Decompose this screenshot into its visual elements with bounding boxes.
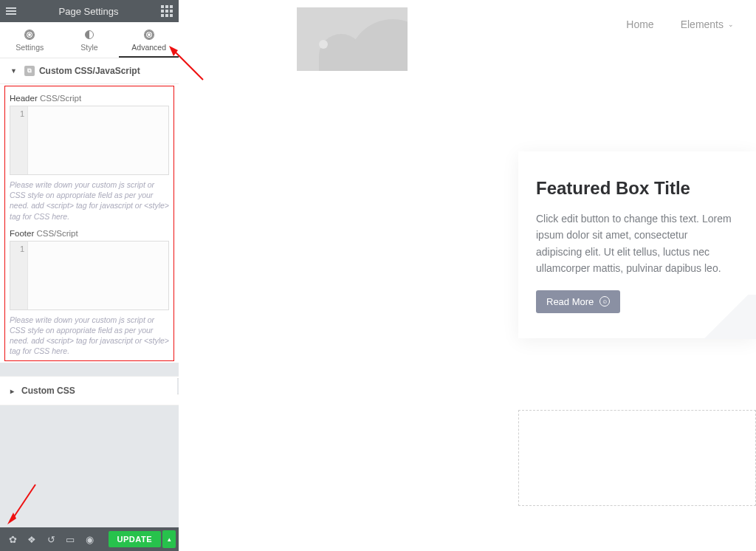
caret-down-icon: ▼ [10,67,17,75]
read-more-button[interactable]: Read More ☺ [536,290,620,313]
update-button[interactable]: UPDATE [109,531,161,547]
card-title: Featured Box Title [536,178,734,199]
section-title: Custom CSS [21,386,75,396]
nav-elements[interactable]: Elements ⌄ [681,18,734,30]
menu-icon[interactable] [6,7,16,15]
gear-icon[interactable]: ✿ [3,530,22,548]
gear-icon [144,30,154,40]
history-icon[interactable]: ↺ [41,530,61,548]
nav-home[interactable]: Home [626,18,653,30]
card-corner-decoration [697,295,756,339]
sidebar-footer: ✿ ❖ ↺ ▭ ◉ UPDATE ▴ [0,527,179,551]
drop-zone[interactable] [518,410,756,506]
smile-icon: ☺ [599,296,610,307]
image-placeholder[interactable] [297,7,408,71]
update-dropdown[interactable]: ▴ [162,530,176,548]
chevron-down-icon: ⌄ [728,21,734,28]
canvas: Home Elements ⌄ Featured Box Title Click… [179,0,756,551]
code-icon: ⧉ [24,66,35,76]
featured-card[interactable]: Featured Box Title Click edit button to … [518,151,756,338]
button-label: Read More [546,296,594,307]
section-title: Custom CSS/JavaScript [39,66,140,76]
code-input[interactable] [28,242,168,309]
tab-label: Style [80,43,97,52]
tab-style[interactable]: Style [60,22,120,58]
header-script-editor[interactable]: 1 [10,106,169,175]
tab-settings[interactable]: Settings [0,22,60,58]
line-gutter: 1 [10,106,28,174]
tab-label: Settings [16,43,44,52]
contrast-icon [84,30,94,40]
eye-icon[interactable]: ◉ [80,530,99,548]
header-script-hint: Please write down your custom js script … [10,179,169,222]
section-header-custom-script[interactable]: ▼ ⧉ Custom CSS/JavaScript [0,58,179,84]
gear-icon [24,30,35,40]
code-input[interactable] [28,106,168,174]
layers-icon[interactable]: ❖ [22,530,41,548]
footer-script-hint: Please write down your custom js script … [10,315,169,357]
footer-script-editor[interactable]: 1 [10,241,169,310]
page-title: Page Settings [16,6,161,17]
tab-label: Advanced [131,43,166,52]
tab-advanced[interactable]: Advanced [119,22,179,58]
card-body: Click edit button to change this text. L… [536,211,734,277]
caret-right-icon: ▸ [10,387,14,395]
grid-icon[interactable] [161,5,173,17]
device-icon[interactable]: ▭ [61,530,80,548]
panel-custom-script: ▼ ⧉ Custom CSS/JavaScript Header CSS/Scr… [0,58,179,363]
sidebar-header: Page Settings [0,0,179,22]
settings-sidebar: Page Settings Settings Style Advanced ▼ … [0,0,179,551]
line-gutter: 1 [10,242,28,309]
annotation-highlight-box: Header CSS/Script 1 Please write down yo… [4,86,174,361]
footer-script-label: Footer CSS/Script [10,229,169,238]
nav-label: Elements [681,18,724,30]
settings-tabs: Settings Style Advanced [0,22,179,58]
section-header-custom-css[interactable]: ▸ Custom CSS [0,376,179,405]
header-script-label: Header CSS/Script [10,94,169,103]
site-nav: Home Elements ⌄ [626,18,734,30]
